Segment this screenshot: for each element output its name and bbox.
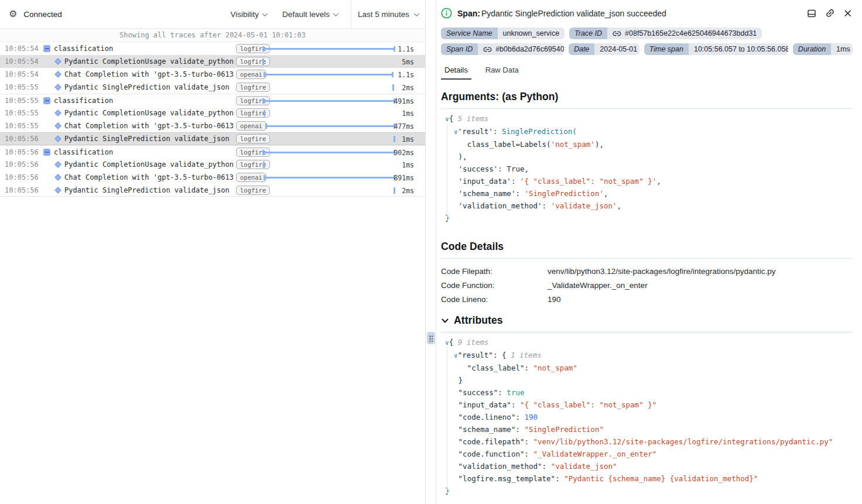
span-start-time: 10:05:56 xyxy=(5,135,39,143)
link-icon[interactable] xyxy=(483,46,492,53)
trace-row[interactable]: 10:05:55 Pydantic CompletionUsage valida… xyxy=(0,107,425,119)
span-duration-bar xyxy=(262,55,395,68)
trace-row[interactable]: 10:05:56 Pydantic CompletionUsage valida… xyxy=(0,158,425,171)
collapse-toggle-icon[interactable]: ∨ xyxy=(454,352,458,359)
span-diamond-icon xyxy=(54,122,61,129)
dock-panel-icon[interactable] xyxy=(807,9,816,18)
badge-value: #08f57b165e22c4e625046944673bdd31 xyxy=(607,28,762,39)
span-name: classification xyxy=(54,97,234,105)
span-name: Pydantic SinglePrediction validate_json xyxy=(64,83,235,91)
link-icon[interactable] xyxy=(613,30,621,37)
span-detail-panel: Span:Pydantic SinglePrediction validate_… xyxy=(436,0,862,504)
span-start-time: 10:05:54 xyxy=(5,57,39,66)
tab-details[interactable]: Details xyxy=(441,64,471,80)
visibility-menu[interactable]: Visibility xyxy=(230,10,267,19)
chevron-down-icon xyxy=(262,11,268,16)
badge-value-text: 2024-05-01 xyxy=(600,45,637,53)
time-range-select[interactable]: Last 5 minutes xyxy=(351,0,425,28)
attributes-heading-label: Attributes xyxy=(454,314,503,327)
duration-bar-fill xyxy=(394,187,395,194)
badge-label: Service Name xyxy=(441,28,498,39)
badge-row: Span ID #b0b6da2d76c69540 Date 2024-05-0… xyxy=(441,43,853,55)
badge-label: Span ID xyxy=(441,43,478,55)
settings-gear-icon[interactable]: ⚙ xyxy=(9,9,17,19)
trace-row[interactable]: 10:05:54 Pydantic CompletionUsage valida… xyxy=(0,55,425,68)
span-duration-label: 891ms xyxy=(394,174,414,182)
badge-label: Time span xyxy=(644,43,689,55)
span-duration-label: 1.1s xyxy=(398,45,414,53)
span-header-actions xyxy=(807,8,853,18)
span-diamond-icon xyxy=(54,84,61,90)
badge-row: Service Name unknown_service Trace ID #0… xyxy=(441,28,853,39)
default-levels-menu-label: Default levels xyxy=(282,10,330,19)
trace-row[interactable]: 10:05:55 Chat Completion with 'gpt-3.5-t… xyxy=(0,119,425,132)
span-name: Chat Completion with 'gpt-3.5-turbo-0613… xyxy=(64,122,235,130)
span-badges: Service Name unknown_service Trace ID #0… xyxy=(441,28,853,55)
span-attribute-badge: Duration 1ms xyxy=(793,43,853,55)
span-name: Chat Completion with 'gpt-3.5-turbo-0613… xyxy=(64,173,235,181)
collapse-toggle-icon[interactable]: ∨ xyxy=(445,115,449,123)
collapse-minus-icon[interactable] xyxy=(43,149,50,156)
span-name: classification xyxy=(54,148,234,156)
badge-value: 1ms xyxy=(831,43,853,55)
panel-splitter[interactable] xyxy=(426,0,436,504)
trace-row[interactable]: 10:05:56 classification logfire 902ms xyxy=(0,145,425,158)
span-diamond-icon xyxy=(54,135,61,142)
trace-row[interactable]: 10:05:55 classification logfire 491ms xyxy=(0,94,425,107)
collapse-minus-icon[interactable] xyxy=(43,45,50,52)
span-duration-bar xyxy=(262,81,395,94)
trace-row[interactable]: 10:05:54 Chat Completion with 'gpt-3.5-t… xyxy=(0,68,425,81)
code-lineno-label: Code Lineno: xyxy=(441,295,548,304)
span-attribute-badge: Date 2024-05-01 xyxy=(569,43,639,55)
trace-row[interactable]: 10:05:56 Chat Completion with 'gpt-3.5-t… xyxy=(0,171,425,184)
span-start-time: 10:05:54 xyxy=(5,70,39,78)
code-details-table: Code Filepath: venv/lib/python3.12/site-… xyxy=(441,267,853,304)
arguments-python-block: ∨{ 5 items ∨'result': SinglePrediction( … xyxy=(441,109,853,230)
badge-value-text: #08f57b165e22c4e625046944673bdd31 xyxy=(625,29,757,37)
code-filepath-label: Code Filepath: xyxy=(441,267,548,276)
span-diamond-icon xyxy=(54,58,61,64)
span-duration-label: 1.1s xyxy=(398,71,414,79)
collapse-toggle-icon[interactable]: ∨ xyxy=(454,128,458,136)
collapse-toggle-icon[interactable]: ∨ xyxy=(445,339,449,347)
span-start-time: 10:05:55 xyxy=(5,97,39,105)
trace-row[interactable]: 10:05:56 Pydantic SinglePrediction valid… xyxy=(0,132,425,145)
chevron-down-icon xyxy=(413,11,419,16)
badge-value: 10:05:56.057 to 10:05:56.058 xyxy=(689,43,788,55)
splitter-grip-handle[interactable] xyxy=(427,332,435,344)
badge-value-text: 1ms xyxy=(836,45,850,53)
duration-bar-fill xyxy=(392,84,394,91)
code-function-label: Code Function: xyxy=(441,281,548,290)
badge-value: 2024-05-01 xyxy=(594,43,639,55)
span-duration-label: 1ms xyxy=(402,161,414,169)
trace-row[interactable]: 10:05:56 Pydantic SinglePrediction valid… xyxy=(0,184,425,197)
collapse-minus-icon[interactable] xyxy=(43,97,50,104)
span-start-time: 10:05:56 xyxy=(5,160,39,169)
span-duration-label: 491ms xyxy=(394,97,414,105)
span-title-label: Span: xyxy=(457,9,480,18)
grip-dots-icon xyxy=(429,335,433,342)
span-duration-bar xyxy=(262,94,395,107)
span-start-time: 10:05:56 xyxy=(5,148,39,156)
badge-label: Date xyxy=(569,43,594,55)
copy-link-icon[interactable] xyxy=(825,8,835,18)
code-function-value: _ValidateWrapper._on_enter xyxy=(548,281,853,290)
close-icon[interactable] xyxy=(844,9,852,18)
tab-raw-data[interactable]: Raw Data xyxy=(482,64,522,80)
chevron-down-icon xyxy=(333,11,339,16)
chevron-down-icon xyxy=(441,317,449,325)
duration-bar-fill xyxy=(262,59,264,65)
duration-bar-fill xyxy=(394,136,395,142)
span-start-time: 10:05:54 xyxy=(5,44,39,53)
span-name: classification xyxy=(54,44,234,53)
trace-row[interactable]: 10:05:54 classification logfire 1.1s xyxy=(0,42,425,55)
visibility-menu-label: Visibility xyxy=(230,10,259,19)
span-diamond-icon xyxy=(54,71,61,77)
default-levels-menu[interactable]: Default levels xyxy=(282,10,338,19)
trace-row[interactable]: 10:05:55 Pydantic SinglePrediction valid… xyxy=(0,81,425,94)
span-start-time: 10:05:55 xyxy=(5,122,39,130)
span-duration-bar xyxy=(262,171,395,184)
duration-bar-fill xyxy=(264,74,393,76)
duration-bar-fill xyxy=(265,125,395,127)
attributes-heading[interactable]: Attributes xyxy=(441,314,853,327)
